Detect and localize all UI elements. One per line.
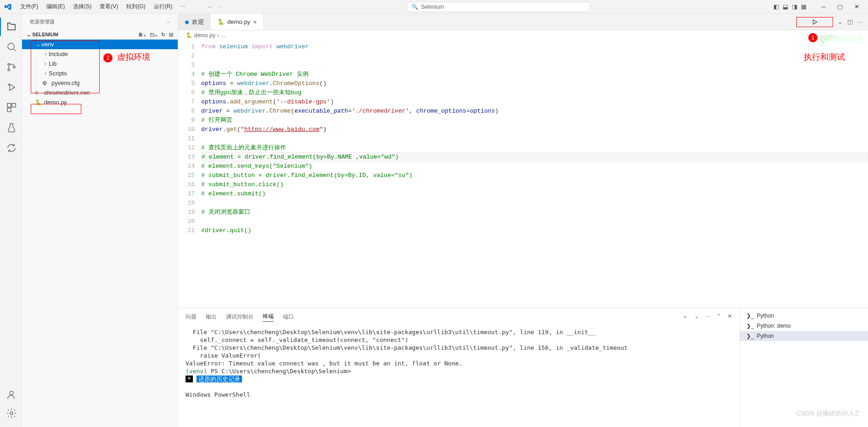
terminal-icon: ❯_ [746, 333, 754, 339]
panel-up-icon[interactable]: ⌃ [716, 312, 721, 322]
panel-tab-debug[interactable]: 调试控制台 [226, 312, 254, 322]
close-tab-icon[interactable]: × [253, 18, 257, 26]
tree-folder-scripts[interactable]: ›Scripts [22, 68, 178, 78]
search-icon: 🔍 [411, 4, 418, 10]
tree-file-demo[interactable]: 🐍demo.py [22, 97, 178, 107]
new-folder-icon[interactable]: 🗀₊ [150, 32, 158, 38]
command-center[interactable]: 🔍 Selenium [406, 2, 590, 12]
new-file-icon[interactable]: 🗎₊ [138, 32, 146, 38]
explorer-sidebar: 资源管理器 ··· ⌄ SELENIUM 🗎₊ 🗀₊ ↻ ⊟ ⌄venv ›In… [22, 14, 178, 427]
tab-welcome[interactable]: ◆ 欢迎 [178, 14, 211, 30]
tree-folder-venv[interactable]: ⌄venv [22, 40, 178, 49]
tree-folder-lib[interactable]: ›Lib [22, 59, 178, 68]
line-gutter: 123456789101112131415161718192021 [178, 42, 201, 307]
editor-area: ◆ 欢迎 🐍 demo.py × ⌄ ◫ ··· 🐍 demo.py › ...… [178, 14, 868, 427]
main-menu: 文件(F) 编辑(E) 选择(S) 查看(V) 转到(G) 运行(R) ··· [17, 1, 189, 12]
search-text: Selenium [421, 4, 444, 10]
debug-icon[interactable] [0, 78, 22, 97]
panel-tab-output[interactable]: 输出 [206, 312, 217, 322]
tab-demo[interactable]: 🐍 demo.py × [211, 14, 264, 30]
svg-rect-6 [12, 103, 16, 107]
bottom-panel: 问题 输出 调试控制台 终端 端口 ＋ ⌄ ··· ⌃ ✕ File "C:\U… [178, 307, 868, 427]
run-button[interactable] [796, 17, 833, 27]
svg-point-2 [8, 69, 10, 71]
collapse-icon[interactable]: ⊟ [169, 32, 173, 38]
svg-point-3 [13, 66, 15, 68]
layout-left-icon[interactable]: ◧ [773, 3, 779, 10]
nav-back-icon[interactable]: ← [207, 3, 213, 10]
tree-file-chromedriver[interactable]: ≡chromedriver.exe [22, 88, 178, 97]
title-bar: 文件(F) 编辑(E) 选择(S) 查看(V) 转到(G) 运行(R) ··· … [0, 0, 868, 14]
refresh-icon[interactable]: ↻ [161, 32, 165, 38]
chevron-down-icon[interactable]: ⌄ [27, 32, 31, 37]
terminal-item-python[interactable]: ❯_Python [740, 311, 868, 321]
menu-view[interactable]: 查看(V) [96, 1, 122, 12]
menu-file[interactable]: 文件(F) [17, 1, 42, 12]
python-icon: 🐍 [217, 18, 225, 25]
nav-forward-icon[interactable]: → [217, 3, 223, 10]
vscode-logo-icon [4, 3, 12, 11]
panel-tab-terminal[interactable]: 终端 [263, 312, 274, 322]
svg-point-9 [10, 412, 13, 415]
terminal-dropdown-icon[interactable]: ⌄ [694, 312, 699, 322]
search-activity-icon[interactable] [0, 38, 22, 56]
run-dropdown-icon[interactable]: ⌄ [838, 18, 843, 25]
editor-more-icon[interactable]: ··· [857, 18, 862, 25]
sidebar-more-icon[interactable]: ··· [166, 19, 170, 25]
menu-edit[interactable]: 编辑(E) [43, 1, 68, 12]
terminal-icon: ❯_ [746, 323, 754, 329]
panel-tabs: 问题 输出 调试控制台 终端 端口 ＋ ⌄ ··· ⌃ ✕ [178, 308, 739, 325]
svg-point-4 [8, 84, 9, 85]
svg-point-8 [10, 391, 13, 395]
menu-more[interactable]: ··· [177, 1, 189, 12]
terminal-output[interactable]: File "C:\Users\chencheng\Desktop\Seleniu… [178, 325, 739, 427]
editor-tabs: ◆ 欢迎 🐍 demo.py × ⌄ ◫ ··· [178, 14, 868, 30]
nav-arrows: ← → [207, 3, 223, 10]
layout-right-icon[interactable]: ◨ [792, 3, 797, 10]
python-icon: 🐍 [186, 32, 192, 39]
terminal-icon: ❯_ [746, 313, 754, 319]
close-button[interactable]: ✕ [849, 0, 864, 13]
code-editor[interactable]: 123456789101112131415161718192021 from s… [178, 40, 868, 307]
menu-go[interactable]: 转到(G) [123, 1, 149, 12]
file-tree: ⌄venv ›Include ›Lib ›Scripts ⚙pyvenv.cfg… [22, 40, 178, 427]
svg-point-1 [8, 63, 10, 65]
explorer-icon[interactable] [0, 17, 22, 36]
svg-rect-7 [7, 108, 11, 112]
section-name: SELENIUM [32, 32, 58, 37]
svg-rect-5 [7, 103, 11, 107]
breadcrumb[interactable]: 🐍 demo.py › ... [178, 30, 868, 40]
layout-bottom-icon[interactable]: ⬓ [783, 3, 788, 10]
extensions-icon[interactable] [0, 98, 22, 117]
svg-point-0 [8, 43, 14, 50]
new-terminal-icon[interactable]: ＋ [682, 312, 688, 322]
maximize-button[interactable]: ▢ [832, 0, 848, 13]
account-icon[interactable] [0, 386, 22, 404]
tree-file-pyvenv[interactable]: ⚙pyvenv.cfg [22, 78, 178, 88]
source-control-icon[interactable] [0, 58, 22, 76]
sync-icon[interactable] [0, 139, 22, 157]
minimap[interactable]: from selenium import webdriveroptions = … [820, 35, 862, 104]
panel-close-icon[interactable]: ✕ [727, 312, 732, 322]
panel-tab-problems[interactable]: 问题 [186, 312, 197, 322]
tree-folder-include[interactable]: ›Include [22, 49, 178, 59]
menu-select[interactable]: 选择(S) [69, 1, 95, 12]
settings-icon[interactable] [0, 404, 22, 422]
panel-more-icon[interactable]: ··· [705, 312, 710, 322]
vscode-icon: ◆ [185, 18, 189, 25]
watermark: CSDN @搬砖的诗人Z [796, 410, 859, 418]
activity-bar [0, 14, 22, 427]
layout-grid-icon[interactable]: ▦ [801, 3, 806, 10]
terminal-item-python-demo[interactable]: ❯_Python: demo [740, 321, 868, 331]
panel-tab-ports[interactable]: 端口 [283, 312, 294, 322]
split-editor-icon[interactable]: ◫ [847, 18, 853, 25]
minimize-button[interactable]: ─ [816, 0, 831, 13]
terminal-item-python2[interactable]: ❯_Python [740, 331, 868, 341]
testing-icon[interactable] [0, 119, 22, 137]
code-content[interactable]: from selenium import webdriver # 创建一个 Ch… [201, 42, 868, 307]
menu-run[interactable]: 运行(R) [150, 1, 176, 12]
sidebar-title: 资源管理器 [29, 18, 55, 25]
